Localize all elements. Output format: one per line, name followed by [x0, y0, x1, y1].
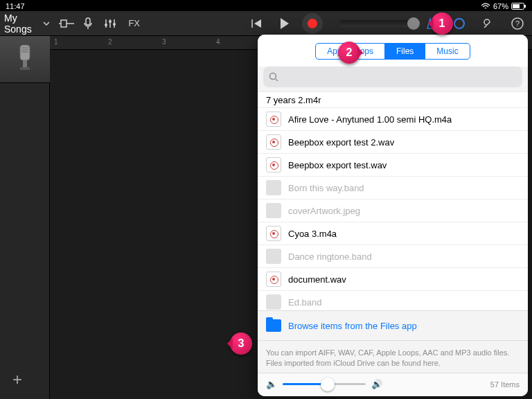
- settings-button[interactable]: [478, 13, 499, 34]
- svg-rect-21: [23, 60, 27, 67]
- rewind-icon: [251, 18, 263, 29]
- disabled-file-icon: [266, 203, 281, 218]
- svg-rect-3: [61, 20, 66, 27]
- list-item[interactable]: Ed.band: [258, 291, 528, 310]
- rewind-button[interactable]: [247, 13, 267, 34]
- ruler-mark: 3: [162, 38, 166, 46]
- mic-button[interactable]: [79, 13, 97, 34]
- fx-button[interactable]: FX: [123, 13, 145, 34]
- list-item[interactable]: Cyoa 3.m4a: [258, 222, 528, 245]
- item-count: 57 Items: [490, 380, 520, 389]
- audio-file-icon: [266, 112, 281, 127]
- disabled-file-icon: [266, 294, 281, 310]
- help-icon: ?: [511, 17, 524, 30]
- ruler-mark: 2: [108, 38, 112, 46]
- search-input[interactable]: [263, 66, 522, 87]
- segmented-control-row: Apple Loops Files Music: [258, 35, 528, 66]
- status-right: 67%: [481, 2, 526, 10]
- audio-file-icon: [266, 226, 281, 241]
- file-name: Born this way.band: [288, 183, 364, 193]
- loop-icon: [452, 17, 466, 30]
- list-item[interactable]: Afire Love - Anytuned 1.00 semi HQ.m4a: [258, 108, 528, 131]
- list-item[interactable]: Dance ringtone.band: [258, 245, 528, 268]
- callout-3: 3: [230, 332, 252, 355]
- track-header-audio[interactable]: [0, 36, 50, 83]
- svg-text:?: ?: [515, 19, 520, 28]
- segment-files[interactable]: Files: [384, 44, 425, 59]
- status-time: 11:47: [6, 2, 25, 10]
- record-icon: [308, 19, 317, 28]
- file-name: Beepbox export test.wav: [288, 160, 387, 170]
- battery-percent: 67%: [493, 2, 508, 10]
- browse-label: Browse items from the Files app: [288, 321, 417, 331]
- file-list[interactable]: 7 years 2.m4r Afire Love - Anytuned 1.00…: [258, 91, 528, 310]
- scrubber-knob[interactable]: [407, 17, 420, 30]
- volume-low-icon: 🔈: [266, 379, 277, 389]
- microphone-icon: [84, 17, 92, 30]
- callout-2: 2: [338, 42, 360, 64]
- wrench-icon: [482, 17, 495, 30]
- ruler-mark: 1: [54, 38, 58, 46]
- file-name: Ed.band: [288, 297, 321, 308]
- panel-footer: 🔈 🔊 57 Items: [258, 373, 528, 396]
- file-name: Afire Love - Anytuned 1.00 semi HQ.m4a: [288, 114, 452, 125]
- list-item[interactable]: 7 years 2.m4r: [258, 91, 528, 108]
- playhead-scrubber[interactable]: [339, 20, 416, 27]
- back-label: My Songs: [4, 12, 40, 35]
- svg-point-11: [109, 20, 112, 23]
- list-item[interactable]: Beepbox export test.wav: [258, 154, 528, 177]
- sliders-icon: [104, 18, 116, 29]
- audio-file-icon: [266, 134, 281, 150]
- list-item[interactable]: document.wav: [258, 268, 528, 291]
- add-track-button[interactable]: +: [12, 370, 22, 389]
- file-name: Dance ringtone.band: [288, 251, 372, 262]
- svg-rect-6: [86, 18, 90, 25]
- loop-browser-panel: Apple Loops Files Music 7 years 2.m4r Af…: [258, 35, 528, 396]
- svg-rect-17: [20, 45, 30, 60]
- help-button[interactable]: ?: [507, 13, 528, 34]
- svg-rect-2: [524, 5, 526, 8]
- segment-music[interactable]: Music: [425, 44, 469, 59]
- record-button[interactable]: [302, 13, 323, 34]
- hint-text: You can import AIFF, WAV, CAF, Apple Loo…: [258, 341, 528, 373]
- file-name: Beepbox export test 2.wav: [288, 137, 394, 148]
- volume-high-icon: 🔊: [371, 379, 382, 389]
- play-button[interactable]: [274, 13, 295, 34]
- svg-point-14: [454, 19, 464, 28]
- svg-point-23: [270, 73, 276, 80]
- back-to-songs-button[interactable]: My Songs: [4, 12, 49, 35]
- audio-file-icon: [266, 272, 281, 287]
- svg-rect-1: [513, 4, 520, 8]
- svg-line-24: [276, 79, 278, 81]
- svg-rect-22: [20, 67, 30, 70]
- audio-file-icon: [266, 157, 281, 172]
- track-view-button[interactable]: [57, 13, 76, 34]
- chevron-down-icon: [43, 20, 48, 27]
- file-name: 7 years 2.m4r: [266, 95, 321, 105]
- disabled-file-icon: [266, 249, 281, 264]
- list-item[interactable]: Beepbox export test 2.wav: [258, 131, 528, 154]
- track-column: +: [0, 36, 50, 399]
- controls-button[interactable]: [101, 13, 119, 34]
- folder-icon: [266, 319, 281, 332]
- disabled-file-icon: [266, 180, 281, 195]
- condenser-mic-icon: [16, 44, 34, 76]
- svg-point-10: [105, 24, 107, 26]
- ruler-mark: 4: [216, 38, 220, 46]
- file-name: Cyoa 3.m4a: [288, 229, 337, 239]
- wifi-icon: [481, 3, 490, 10]
- track-view-icon: [59, 18, 74, 29]
- browse-files-app-button[interactable]: Browse items from the Files app: [258, 310, 528, 341]
- battery-icon: [511, 3, 526, 10]
- file-name: document.wav: [288, 274, 346, 285]
- list-item[interactable]: Born this way.band: [258, 177, 528, 200]
- file-name: coverArtwork.jpeg: [288, 206, 360, 216]
- slider-knob[interactable]: [321, 378, 335, 391]
- preview-volume-slider[interactable]: [283, 383, 366, 385]
- list-item[interactable]: coverArtwork.jpeg: [258, 200, 528, 222]
- svg-point-12: [113, 23, 116, 26]
- transport-group: [247, 13, 416, 34]
- status-bar: 11:47 67%: [0, 0, 532, 12]
- callout-1: 1: [431, 12, 453, 35]
- plus-icon: +: [12, 370, 22, 389]
